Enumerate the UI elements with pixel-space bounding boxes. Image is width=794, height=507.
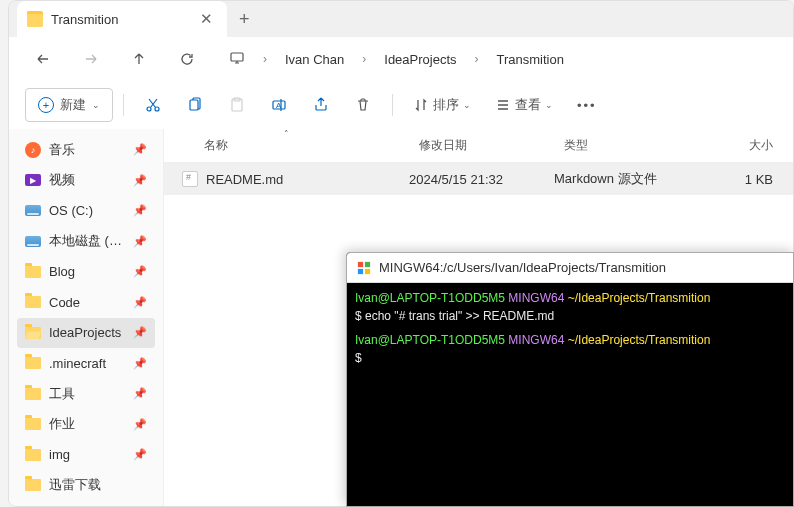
file-type: Markdown 源文件: [554, 170, 669, 188]
sidebar-item-tools[interactable]: 工具📌: [17, 379, 155, 409]
pin-icon[interactable]: 📌: [133, 265, 147, 278]
share-button[interactable]: [302, 88, 340, 122]
toolbar: + 新建 ⌄ A 排序 ⌄ 查看 ⌄ •••: [9, 81, 793, 129]
header-size[interactable]: 大小: [669, 137, 793, 154]
sort-label: 排序: [433, 96, 459, 114]
pin-icon[interactable]: 📌: [133, 387, 147, 400]
terminal-titlebar[interactable]: MINGW64:/c/Users/Ivan/IdeaProjects/Trans…: [347, 253, 793, 283]
drive-icon: [25, 236, 41, 247]
folder-icon: [25, 357, 41, 369]
view-label: 查看: [515, 96, 541, 114]
forward-button[interactable]: [73, 41, 109, 77]
navbar: › Ivan Chan › IdeaProjects › Transmition: [9, 37, 793, 81]
terminal-line: $ echo "# trans trial" >> README.md: [355, 307, 785, 325]
file-size: 1 KB: [669, 172, 793, 187]
sidebar-item-drive-d[interactable]: 本地磁盘 (D:)📌: [17, 227, 155, 257]
sidebar-item-minecraft[interactable]: .minecraft📌: [17, 349, 155, 379]
svg-rect-8: [358, 261, 363, 266]
rename-button[interactable]: A: [260, 88, 298, 122]
file-name: README.md: [206, 172, 283, 187]
pin-icon[interactable]: 📌: [133, 143, 147, 156]
chevron-down-icon: ⌄: [92, 100, 100, 110]
new-button[interactable]: + 新建 ⌄: [25, 88, 113, 122]
close-tab-button[interactable]: ✕: [196, 8, 217, 30]
separator: [392, 94, 393, 116]
pin-icon[interactable]: 📌: [133, 448, 147, 461]
pin-icon[interactable]: 📌: [133, 235, 147, 248]
list-header: ˄名称 修改日期 类型 大小: [164, 129, 793, 163]
separator: [123, 94, 124, 116]
terminal-title: MINGW64:/c/Users/Ivan/IdeaProjects/Trans…: [379, 260, 666, 275]
window-tab[interactable]: Transmition ✕: [17, 1, 227, 37]
chevron-right-icon: ›: [257, 50, 273, 68]
pin-icon[interactable]: 📌: [133, 418, 147, 431]
folder-open-icon: [25, 327, 41, 339]
music-icon: ♪: [25, 142, 41, 158]
sidebar-item-blog[interactable]: Blog📌: [17, 257, 155, 287]
view-button[interactable]: 查看 ⌄: [485, 88, 563, 122]
drive-icon: [25, 205, 41, 216]
breadcrumb-part[interactable]: Ivan Chan: [279, 50, 350, 69]
back-button[interactable]: [25, 41, 61, 77]
terminal-body[interactable]: Ivan@LAPTOP-T1ODD5M5 MINGW64 ~/IdeaProje…: [347, 283, 793, 506]
header-date[interactable]: 修改日期: [409, 137, 554, 154]
delete-button[interactable]: [344, 88, 382, 122]
svg-rect-9: [365, 261, 370, 266]
terminal-window[interactable]: MINGW64:/c/Users/Ivan/IdeaProjects/Trans…: [346, 252, 794, 507]
sort-asc-icon: ˄: [284, 129, 289, 139]
sidebar-item-xunlei[interactable]: 迅雷下载: [17, 471, 155, 501]
file-date: 2024/5/15 21:32: [409, 172, 554, 187]
folder-icon: [25, 266, 41, 278]
sort-button[interactable]: 排序 ⌄: [403, 88, 481, 122]
sidebar-item-video[interactable]: ▶视频📌: [17, 166, 155, 196]
more-button[interactable]: •••: [567, 88, 607, 122]
chevron-down-icon: ⌄: [545, 100, 553, 110]
terminal-line: Ivan@LAPTOP-T1ODD5M5 MINGW64 ~/IdeaProje…: [355, 289, 785, 307]
pin-icon[interactable]: 📌: [133, 357, 147, 370]
pin-icon[interactable]: 📌: [133, 326, 147, 339]
up-button[interactable]: [121, 41, 157, 77]
sidebar-item-homework[interactable]: 作业📌: [17, 410, 155, 440]
breadcrumb[interactable]: › Ivan Chan › IdeaProjects › Transmition: [223, 48, 777, 71]
chevron-down-icon: ⌄: [463, 100, 471, 110]
new-tab-button[interactable]: +: [227, 9, 262, 30]
paste-button[interactable]: [218, 88, 256, 122]
svg-rect-11: [365, 268, 370, 273]
sidebar-item-drive-c[interactable]: OS (C:)📌: [17, 196, 155, 226]
cut-button[interactable]: [134, 88, 172, 122]
new-label: 新建: [60, 96, 86, 114]
svg-point-2: [155, 107, 159, 111]
svg-rect-0: [231, 53, 243, 61]
breadcrumb-part[interactable]: IdeaProjects: [378, 50, 462, 69]
sidebar-item-img[interactable]: img📌: [17, 440, 155, 470]
pin-icon[interactable]: 📌: [133, 296, 147, 309]
pin-icon[interactable]: 📌: [133, 204, 147, 217]
svg-point-1: [147, 107, 151, 111]
pin-icon[interactable]: 📌: [133, 174, 147, 187]
titlebar: Transmition ✕ +: [9, 1, 793, 37]
sidebar-item-code[interactable]: Code📌: [17, 288, 155, 318]
breadcrumb-part[interactable]: Transmition: [491, 50, 570, 69]
header-name[interactable]: ˄名称: [164, 137, 409, 154]
sidebar-item-ideaprojects[interactable]: IdeaProjects📌: [17, 318, 155, 348]
folder-icon: [25, 296, 41, 308]
tab-title: Transmition: [51, 12, 118, 27]
header-type[interactable]: 类型: [554, 137, 669, 154]
sidebar-item-music[interactable]: ♪音乐📌: [17, 135, 155, 165]
svg-rect-10: [358, 268, 363, 273]
chevron-right-icon: ›: [469, 50, 485, 68]
file-row[interactable]: README.md 2024/5/15 21:32 Markdown 源文件 1…: [164, 163, 793, 195]
video-icon: ▶: [25, 174, 41, 186]
sidebar: ♪音乐📌 ▶视频📌 OS (C:)📌 本地磁盘 (D:)📌 Blog📌 Code…: [9, 129, 164, 506]
copy-button[interactable]: [176, 88, 214, 122]
plus-icon: +: [38, 97, 54, 113]
folder-icon: [25, 388, 41, 400]
monitor-icon[interactable]: [223, 48, 251, 71]
terminal-line: Ivan@LAPTOP-T1ODD5M5 MINGW64 ~/IdeaProje…: [355, 331, 785, 349]
markdown-file-icon: [182, 171, 198, 187]
chevron-right-icon: ›: [356, 50, 372, 68]
refresh-button[interactable]: [169, 41, 205, 77]
svg-rect-3: [190, 100, 198, 110]
folder-icon: [27, 11, 43, 27]
terminal-prompt[interactable]: $: [355, 349, 785, 367]
